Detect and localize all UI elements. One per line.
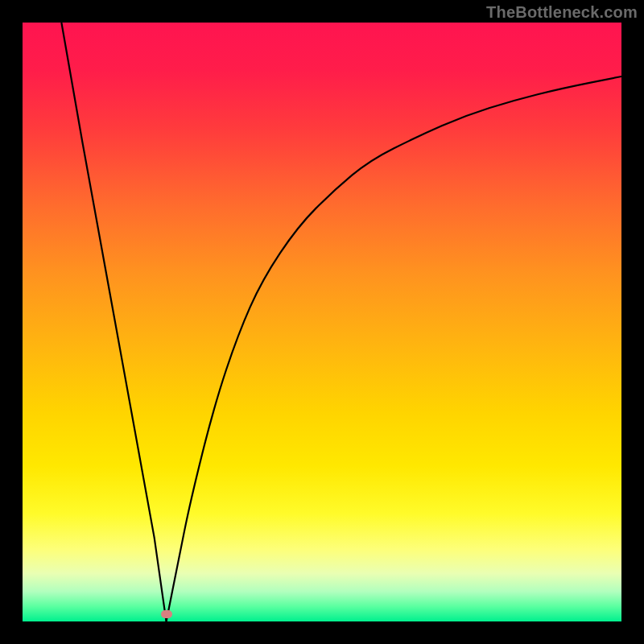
bottleneck-curve-right: [167, 76, 621, 621]
chart-frame: TheBottleneck.com: [0, 0, 644, 644]
minimum-marker: [161, 610, 172, 618]
plot-area: [23, 23, 621, 621]
bottleneck-curve-left: [61, 23, 166, 621]
curve-svg: [23, 23, 621, 621]
watermark-text: TheBottleneck.com: [486, 3, 638, 22]
